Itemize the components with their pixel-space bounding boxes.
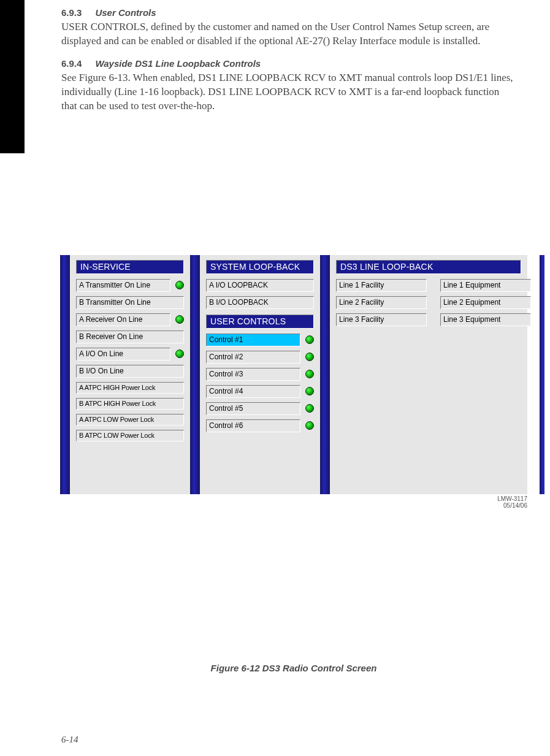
user-controls-header: USER CONTROLS [206, 315, 314, 329]
control-row[interactable]: A ATPC LOW Power Lock [76, 414, 184, 426]
system-loopback-header: SYSTEM LOOP-BACK [206, 260, 314, 274]
control-row[interactable]: B I/O LOOPBACK [206, 296, 314, 309]
status-led-icon [175, 349, 184, 358]
page-number: 6-14 [61, 735, 78, 745]
status-led-icon [305, 421, 314, 430]
control-item[interactable]: Line 3 Facility [336, 313, 427, 326]
control-row[interactable]: Control #4 [206, 385, 314, 398]
ds3-facility-list: Line 1 FacilityLine 2 FacilityLine 3 Fac… [336, 279, 427, 330]
control-item[interactable]: Control #2 [206, 351, 300, 364]
control-item[interactable]: A ATPC LOW Power Lock [76, 414, 184, 426]
status-led-icon [175, 281, 184, 289]
section-number: 6.9.3 [61, 7, 82, 18]
control-item[interactable]: B ATPC HIGH Power Lock [76, 398, 184, 410]
control-row[interactable]: Control #6 [206, 419, 314, 432]
left-margin-bar [0, 0, 25, 153]
ds3-line-loopback-column: DS3 LINE LOOP-BACK Line 1 FacilityLine 2… [330, 255, 540, 494]
control-item[interactable]: Line 1 Facility [336, 279, 427, 292]
divider-bar [320, 255, 330, 494]
control-item[interactable]: A Transmitter On Line [76, 279, 170, 292]
section-number: 6.9.4 [61, 58, 82, 69]
ds3-radio-control-screen: IN-SERVICE A Transmitter On LineB Transm… [60, 254, 527, 494]
control-row[interactable]: B Transmitter On Line [76, 296, 184, 309]
control-item[interactable]: Control #4 [206, 385, 300, 398]
control-row[interactable]: A ATPC HIGH Power Lock [76, 382, 184, 394]
control-item[interactable]: B I/O On Line [76, 365, 184, 378]
control-item[interactable]: Line 2 Equipment [440, 296, 531, 309]
system-loopback-column: SYSTEM LOOP-BACK A I/O LOOPBACKB I/O LOO… [200, 255, 320, 494]
in-service-header: IN-SERVICE [76, 260, 184, 274]
section-6-9-3-body: USER CONTROLS, defined by the customer a… [61, 20, 516, 48]
control-row[interactable]: A Receiver On Line [76, 313, 184, 326]
divider-bar [540, 255, 544, 494]
control-row[interactable]: B Receiver On Line [76, 330, 184, 343]
control-row[interactable]: Line 1 Equipment [440, 279, 531, 292]
control-item[interactable]: Line 1 Equipment [440, 279, 531, 292]
control-row[interactable]: Control #3 [206, 368, 314, 381]
control-item[interactable]: Control #1 [206, 334, 300, 346]
control-row[interactable]: Line 3 Facility [336, 313, 427, 326]
control-row[interactable]: A I/O LOOPBACK [206, 279, 314, 292]
drawing-id: LMW-3117 [497, 495, 527, 502]
control-item[interactable]: B Receiver On Line [76, 330, 184, 343]
control-row[interactable]: Control #1 [206, 334, 314, 346]
status-led-icon [175, 315, 184, 324]
control-row[interactable]: Line 1 Facility [336, 279, 427, 292]
drawing-date: 05/14/06 [503, 502, 527, 509]
control-item[interactable]: B Transmitter On Line [76, 296, 184, 309]
divider-bar [60, 255, 70, 494]
control-item[interactable]: A I/O On Line [76, 348, 170, 361]
control-row[interactable]: B I/O On Line [76, 365, 184, 378]
status-led-icon [305, 404, 314, 413]
control-row[interactable]: Control #2 [206, 351, 314, 364]
divider-bar [190, 255, 200, 494]
ds3-equipment-list: Line 1 EquipmentLine 2 EquipmentLine 3 E… [440, 279, 531, 330]
figure-caption: Figure 6-12 DS3 Radio Control Screen [60, 663, 527, 673]
control-row[interactable]: Control #5 [206, 402, 314, 415]
control-row[interactable]: A I/O On Line [76, 348, 184, 361]
control-item[interactable]: A I/O LOOPBACK [206, 279, 314, 292]
control-item[interactable]: Control #5 [206, 402, 300, 415]
section-6-9-4-heading: 6.9.4Wayside DS1 Line Loopback Controls [61, 58, 516, 69]
control-item[interactable]: A ATPC HIGH Power Lock [76, 382, 184, 394]
section-title: Wayside DS1 Line Loopback Controls [95, 58, 261, 69]
section-title: User Controls [95, 7, 156, 18]
status-led-icon [305, 353, 314, 361]
section-6-9-3-heading: 6.9.3User Controls [61, 7, 516, 18]
status-led-icon [305, 370, 314, 378]
control-item[interactable]: Line 2 Facility [336, 296, 427, 309]
control-item[interactable]: Control #3 [206, 368, 300, 381]
control-item[interactable]: B I/O LOOPBACK [206, 296, 314, 309]
in-service-column: IN-SERVICE A Transmitter On LineB Transm… [70, 255, 190, 494]
control-row[interactable]: B ATPC HIGH Power Lock [76, 398, 184, 410]
control-row[interactable]: B ATPC LOW Power Lock [76, 430, 184, 441]
status-led-icon [305, 335, 314, 344]
control-row[interactable]: Line 2 Facility [336, 296, 427, 309]
figure-6-12: IN-SERVICE A Transmitter On LineB Transm… [60, 254, 527, 673]
control-row[interactable]: A Transmitter On Line [76, 279, 184, 292]
status-led-icon [305, 387, 314, 395]
control-item[interactable]: B ATPC LOW Power Lock [76, 430, 184, 441]
control-item[interactable]: A Receiver On Line [76, 313, 170, 326]
control-row[interactable]: Line 3 Equipment [440, 313, 531, 326]
ds3-line-loopback-header: DS3 LINE LOOP-BACK [336, 260, 521, 274]
control-item[interactable]: Control #6 [206, 419, 300, 432]
control-item[interactable]: Line 3 Equipment [440, 313, 531, 326]
control-row[interactable]: Line 2 Equipment [440, 296, 531, 309]
figure-meta: LMW-3117 05/14/06 [60, 495, 527, 510]
section-6-9-4-body: See Figure 6-13. When enabled, DS1 LINE … [61, 71, 516, 113]
